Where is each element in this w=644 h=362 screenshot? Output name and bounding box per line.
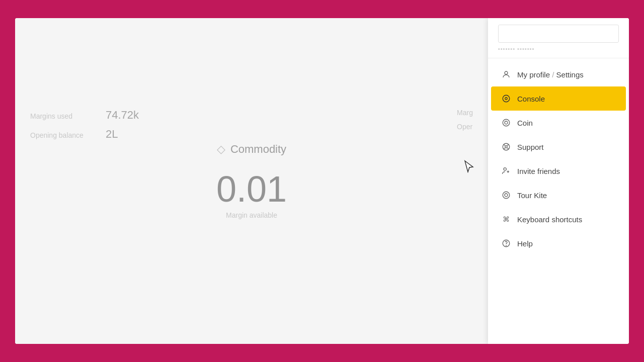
menu-item-tour-kite[interactable]: Tour Kite bbox=[491, 183, 626, 207]
menu-item-support[interactable]: Support bbox=[491, 135, 626, 159]
dropdown-panel: ▪▪▪▪▪▪▪ ▪▪▪▪▪▪▪ My profile / Settings bbox=[488, 18, 629, 344]
menu-item-help[interactable]: Help bbox=[491, 231, 626, 255]
svg-point-6 bbox=[505, 146, 508, 148]
settings-label: Settings bbox=[556, 70, 584, 79]
user-name-box bbox=[498, 25, 619, 43]
menu-item-keyboard-shortcuts[interactable]: ⌘ Keyboard shortcuts bbox=[491, 207, 626, 231]
my-profile-separator: / bbox=[550, 70, 556, 79]
menu-item-my-profile[interactable]: My profile / Settings bbox=[491, 62, 626, 86]
person-icon bbox=[501, 69, 511, 79]
console-label: Console bbox=[517, 95, 545, 103]
svg-point-4 bbox=[505, 121, 508, 124]
svg-point-2 bbox=[505, 98, 508, 100]
coin-icon bbox=[501, 118, 511, 128]
console-icon bbox=[501, 94, 511, 104]
support-label: Support bbox=[517, 143, 544, 151]
help-label: Help bbox=[517, 239, 533, 248]
svg-point-3 bbox=[503, 119, 510, 126]
svg-point-1 bbox=[503, 95, 510, 102]
dropdown-header: ▪▪▪▪▪▪▪ ▪▪▪▪▪▪▪ bbox=[488, 18, 629, 58]
svg-point-8 bbox=[503, 192, 510, 199]
my-profile-label: My profile / Settings bbox=[517, 70, 584, 79]
menu-items-container: My profile / Settings Console bbox=[488, 58, 629, 344]
main-overlay bbox=[15, 18, 488, 344]
support-icon bbox=[501, 142, 511, 152]
my-profile-main: My profile bbox=[517, 70, 550, 79]
coin-label: Coin bbox=[517, 119, 533, 127]
user-subtext: ▪▪▪▪▪▪▪ ▪▪▪▪▪▪▪ bbox=[498, 46, 619, 52]
help-icon bbox=[501, 238, 511, 248]
screen-wrapper: ◇ Commodity 0.01 Margin available Margin… bbox=[15, 18, 629, 344]
invite-friends-icon bbox=[501, 166, 511, 176]
keyboard-shortcuts-icon: ⌘ bbox=[501, 214, 511, 224]
invite-friends-label: Invite friends bbox=[517, 167, 560, 175]
svg-point-10 bbox=[506, 245, 507, 246]
menu-item-coin[interactable]: Coin bbox=[491, 111, 626, 135]
tour-kite-icon bbox=[501, 190, 511, 200]
menu-item-invite-friends[interactable]: Invite friends bbox=[491, 159, 626, 183]
menu-item-console[interactable]: Console bbox=[491, 86, 626, 111]
keyboard-shortcuts-label: Keyboard shortcuts bbox=[517, 215, 582, 224]
svg-point-0 bbox=[505, 71, 508, 74]
tour-kite-label: Tour Kite bbox=[517, 191, 547, 200]
svg-point-7 bbox=[504, 168, 506, 170]
